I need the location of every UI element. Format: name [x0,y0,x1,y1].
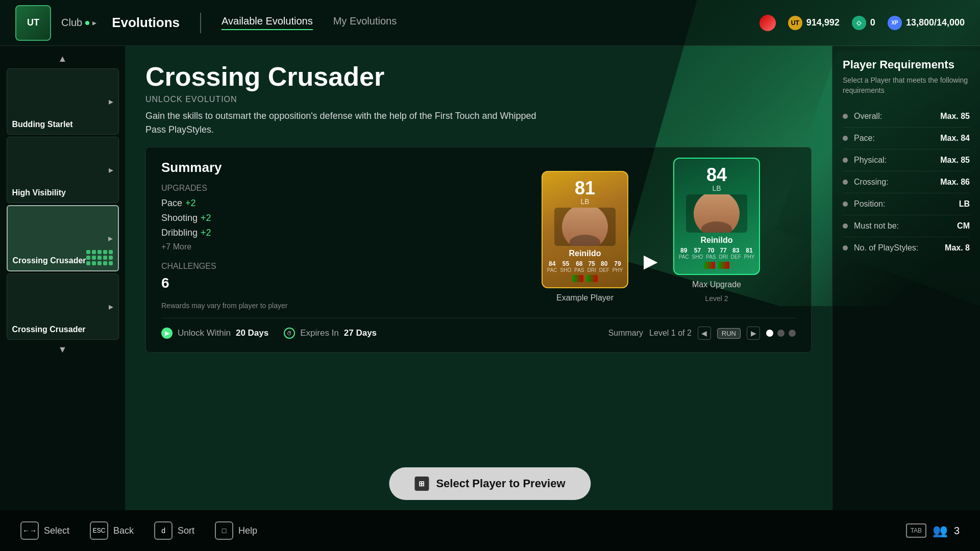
example-player-face [562,208,608,246]
example-player-label: Example Player [556,293,614,303]
max-upgrade-player-stats: 89PAC 57SHO 70PAS 77DRI 83DEF 81PHY [679,247,755,260]
example-player-name: Reinildo [569,249,601,258]
sidebar-item-arrow: ▸ [109,96,113,107]
bottom-right: TAB 👥 3 [906,523,960,538]
navbar: UT Club ▸ Evolutions Available Evolution… [0,0,980,46]
max-upgrade-player-card: 84 LB Reinildo 89PAC 57SHO 70PAS 77DRI 8… [673,158,760,275]
rewards-note: Rewards may vary from player to player [161,302,796,310]
req-dot [843,180,848,185]
req-dot [843,245,848,251]
req-dot [843,114,848,119]
max-upgrade-player-flags [704,262,729,269]
req-playstyles: No. of PlayStyles: Max. 8 [843,237,970,259]
level-nav-next[interactable]: ▶ [747,327,760,340]
unlock-icon: ▶ [161,328,173,339]
nav-separator [200,13,201,33]
sidebar-item-arrow: ▸ [109,164,113,176]
example-player-avatar [554,208,616,246]
right-panel: Player Requirements Select a Player that… [832,46,980,510]
help-key: □ [215,521,233,540]
req-position: Position: LB [843,193,970,215]
nav-tabs: Available Evolutions My Evolutions [222,15,397,30]
flag-atletico2 [718,262,729,269]
tab-available-evolutions[interactable]: Available Evolutions [222,15,313,30]
summary-footer: ▶ Unlock Within 20 Days ⏱ Expires In 27 … [161,318,796,340]
tab-icon: TAB [906,523,926,538]
select-player-button[interactable]: ⊞ Select Player to Preview [389,467,591,500]
sort-key: d [154,521,173,540]
main-layout: ▲ Budding Starlet ▸ High Visibility ▸ Cr… [0,46,980,510]
action-select[interactable]: ←→ Select [20,521,69,540]
req-physical: Physical: Max. 85 [843,149,970,171]
max-upgrade-player-name: Reinildo [700,236,732,245]
back-key: ESC [90,521,108,540]
req-crossing: Crossing: Max. 86 [843,171,970,193]
currency-points: ◇ 0 [852,16,875,30]
example-player-wrapper: 81 LB Reinildo 84PAC 55SHO 68PAS 75DRI 8… [542,171,628,303]
players-section: 81 LB Reinildo 84PAC 55SHO 68PAS 75DRI 8… [542,158,760,303]
summary-panel: Summary Upgrades Pace+2 Shooting+2 Dribb… [145,147,812,353]
sidebar-item-arrow: ▸ [109,301,113,312]
max-upgrade-sublabel: Level 2 [705,294,728,303]
xp-icon: XP [888,16,902,30]
arrow-between-cards: ▶ [644,251,658,272]
sidebar-arrow-up[interactable]: ▲ [53,51,73,66]
requirements-subtitle: Select a Player that meets the following… [843,76,970,95]
sidebar-arrow-down[interactable]: ▼ [53,342,73,357]
flag-mozambique2 [704,262,715,269]
sidebar-item-high-visibility[interactable]: High Visibility ▸ [7,137,119,203]
evolution-description: Gain the skills to outsmart the oppositi… [145,109,554,137]
currency-coins: UT 914,992 [788,16,840,30]
level-dot-3 [789,330,796,337]
content-header: Crossing Crusader Unlock Evolution Gain … [145,61,812,137]
example-player-stats: 84PAC 55SHO 68PAS 75DRI 80DEF 79PHY [547,260,623,273]
level-badge: RUN [717,328,741,339]
sidebar-item-arrow: ▸ [108,233,113,244]
evolution-title: Crossing Crusader [145,61,812,92]
level-dots [766,330,796,337]
action-back[interactable]: ESC Back [90,521,134,540]
select-key: ←→ [20,521,39,540]
req-pace: Pace: Max. 84 [843,128,970,149]
example-player-card: 81 LB Reinildo 84PAC 55SHO 68PAS 75DRI 8… [542,171,628,288]
club-dot [85,21,89,25]
level-dot-2 [777,330,785,337]
players-count: 3 [954,525,960,537]
club-nav[interactable]: Club ▸ [61,17,96,29]
unlock-label: Unlock Evolution [145,95,812,104]
requirements-heading: Player Requirements [843,58,970,71]
navbar-right: UT 914,992 ◇ 0 XP 13,800/14,000 [760,15,965,31]
example-player-rating: 81 [575,179,595,197]
action-help[interactable]: □ Help [215,521,257,540]
bottom-bar: ←→ Select ESC Back d Sort □ Help TAB 👥 3 [0,510,980,551]
flag-mozambique [572,275,583,282]
currency-xp: XP 13,800/14,000 [888,16,965,30]
level-dot-1 [766,330,773,337]
sidebar-item-budding-starlet[interactable]: Budding Starlet ▸ [7,68,119,135]
max-upgrade-player-rating: 84 [706,166,727,184]
sidebar-item-crossing-crusader-active[interactable]: Crossing Crusader ▸ [7,205,119,271]
coins-icon: UT [788,16,802,30]
level-indicator: Summary Level 1 of 2 ◀ RUN ▶ [608,327,796,340]
clock-icon: ⏱ [284,328,295,339]
max-upgrade-player-face [694,194,740,233]
example-player-position: LB [580,197,589,206]
expires-in: ⏱ Expires In 27 Days [284,328,377,339]
flag-icon [760,15,776,31]
req-dot [843,202,848,207]
unlock-within: ▶ Unlock Within 20 Days [161,328,268,339]
example-player-flags [572,275,598,282]
flag-atletico [586,275,598,282]
level-nav-prev[interactable]: ◀ [698,327,711,340]
tab-my-evolutions[interactable]: My Evolutions [333,15,397,30]
req-dot [843,136,848,141]
action-sort[interactable]: d Sort [154,521,194,540]
ut-logo: UT [15,5,51,41]
max-upgrade-player-wrapper: 84 LB Reinildo 89PAC 57SHO 70PAS 77DRI 8… [673,158,760,303]
players-icon: 👥 [933,523,948,538]
max-upgrade-player-avatar [686,194,747,233]
sidebar-item-crossing-crusader-2[interactable]: Crossing Crusader ▸ [7,273,119,340]
req-must-not-be: Must not be: CM [843,215,970,237]
content-area: Crossing Crusader Unlock Evolution Gain … [125,46,832,510]
page-title: Evolutions [112,15,180,31]
